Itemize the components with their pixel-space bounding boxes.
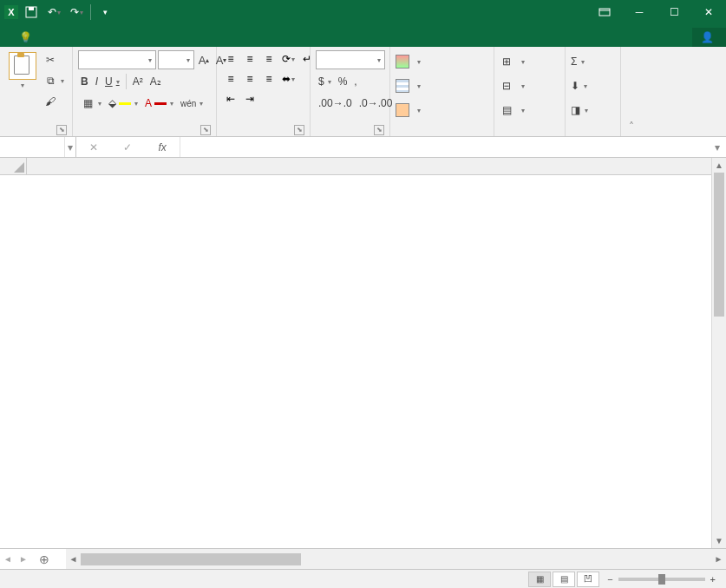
eraser-icon: ◨ [571,104,580,116]
signin-button[interactable] [675,40,692,47]
autosum-button[interactable]: Σ▾ [571,50,585,73]
name-box-input[interactable] [0,137,64,157]
underline-button[interactable]: U▾ [102,72,122,91]
qat-customize[interactable]: ▾ [95,3,115,22]
align-right-button[interactable]: ≡ [260,70,278,88]
excel-icon: X [3,4,19,20]
percent-button[interactable]: % [336,72,350,91]
name-box-dropdown[interactable]: ▾ [64,137,75,157]
phonetic-button[interactable]: wén▾ [178,94,206,113]
font-dialog-launcher[interactable]: ⬊ [200,125,211,135]
fill-button[interactable]: ⬇▾ [571,75,587,97]
font-size-combo[interactable]: ▾ [158,50,194,69]
cell-styles-icon [396,103,409,117]
format-painter-button[interactable]: 🖌 [41,92,67,111]
insert-icon: ⊞ [500,55,513,69]
accounting-format-button[interactable]: $▾ [316,72,334,91]
page-layout-view-button[interactable]: ▤ [553,572,575,587]
collapse-ribbon-button[interactable]: ˄ [621,47,642,136]
increase-font-button[interactable]: A▴ [196,50,212,69]
cut-button[interactable]: ✂ [41,50,67,69]
format-cells-button[interactable]: ▤▾ [500,99,525,121]
hscroll-thumb[interactable] [81,553,301,565]
borders-button[interactable]: ▦▾ [78,94,104,113]
sheet-nav-next[interactable]: ► [16,549,31,569]
name-box[interactable]: ▾ [0,137,76,157]
superscript-button[interactable]: A² [130,72,146,91]
table-format-button[interactable]: ▾ [396,75,421,97]
bold-button[interactable]: B [78,72,91,91]
cancel-edit-button[interactable]: ✕ [83,141,104,154]
font-color-button[interactable]: A▾ [142,94,176,113]
scroll-up-button[interactable]: ▲ [712,158,726,173]
copy-button[interactable]: ⧉▾ [41,71,67,90]
align-center-button[interactable]: ≡ [241,70,258,88]
clipboard-dialog-launcher[interactable]: ⬊ [56,125,67,135]
horizontal-scrollbar[interactable]: ◄ ► [66,549,726,569]
decrease-decimal-button[interactable]: .0→.00 [356,94,396,113]
conditional-format-button[interactable]: ▾ [396,50,421,73]
scroll-left-button[interactable]: ◄ [66,554,81,564]
save-button[interactable] [21,3,42,22]
share-button[interactable]: 👤 [692,28,726,47]
number-dialog-launcher[interactable]: ⬊ [374,125,384,135]
zoom-out-button[interactable]: − [607,574,612,585]
lightbulb-icon: 💡 [19,31,32,43]
minimize-button[interactable]: ─ [622,0,657,24]
expand-formula-button[interactable]: ▾ [709,137,726,157]
ribbon-options-button[interactable] [587,0,622,24]
scroll-right-button[interactable]: ► [711,554,726,564]
brush-icon: 🖌 [43,95,57,108]
normal-view-button[interactable]: ▦ [528,572,551,587]
format-icon: ▤ [500,103,513,117]
cond-format-icon [396,55,409,69]
insert-function-button[interactable]: fx [152,141,173,154]
vertical-scrollbar[interactable]: ▲ ▼ [711,158,726,548]
scroll-down-button[interactable]: ▼ [712,533,726,548]
increase-decimal-button[interactable]: .00→.0 [316,94,355,113]
row-headers [0,175,27,548]
font-name-combo[interactable]: ▾ [78,50,156,69]
scissors-icon: ✂ [43,53,57,67]
orientation-button[interactable]: ⟳▾ [279,50,297,68]
delete-cells-button[interactable]: ⊟▾ [500,75,525,97]
confirm-edit-button[interactable]: ✓ [117,141,138,154]
fill-color-button[interactable]: ⬙▾ [106,94,141,113]
align-left-button[interactable]: ≡ [222,70,239,88]
cell-grid[interactable] [27,175,726,548]
align-top-button[interactable]: ≡ [222,50,239,68]
decrease-indent-button[interactable]: ⇤ [222,90,239,108]
group-styles: ▾ ▾ ▾ [390,47,494,136]
select-all-button[interactable] [0,158,27,175]
tell-me-box[interactable]: 💡 [12,28,43,47]
align-dialog-launcher[interactable]: ⬊ [294,125,304,135]
align-bottom-button[interactable]: ≡ [260,50,278,68]
insert-cells-button[interactable]: ⊞▾ [500,50,525,73]
page-break-view-button[interactable]: 凹 [577,572,599,587]
vscroll-thumb[interactable] [714,173,724,317]
close-button[interactable]: ✕ [691,0,726,24]
zoom-in-button[interactable]: + [710,574,716,585]
sheet-nav-prev[interactable]: ◄ [0,549,16,569]
share-icon: 👤 [701,31,714,43]
group-font: ▾ ▾ A▴ A▾ B I U▾ A² A₂ ▦▾ ⬙▾ A▾ wén▾ ⬊ [73,47,217,136]
zoom-slider[interactable] [618,578,705,581]
redo-button[interactable]: ↷▾ [66,3,87,22]
new-sheet-button[interactable]: ⊕ [31,549,57,569]
align-middle-button[interactable]: ≡ [241,50,258,68]
border-icon: ▦ [81,96,95,110]
subscript-button[interactable]: A₂ [147,72,164,91]
number-format-combo[interactable]: ▾ [316,50,385,69]
undo-button[interactable]: ↶▾ [43,3,64,22]
maximize-button[interactable]: ☐ [657,0,691,24]
cell-styles-button[interactable]: ▾ [396,99,421,121]
bucket-icon: ⬙ [108,97,116,109]
clear-button[interactable]: ◨▾ [571,99,588,121]
merge-button[interactable]: ⬌▾ [279,70,297,88]
increase-indent-button[interactable]: ⇥ [241,90,258,108]
italic-button[interactable]: I [93,72,101,91]
paste-button[interactable]: ▾ [5,50,39,89]
formula-input[interactable] [180,137,709,157]
comma-button[interactable]: , [351,72,359,91]
svg-rect-3 [29,7,34,10]
